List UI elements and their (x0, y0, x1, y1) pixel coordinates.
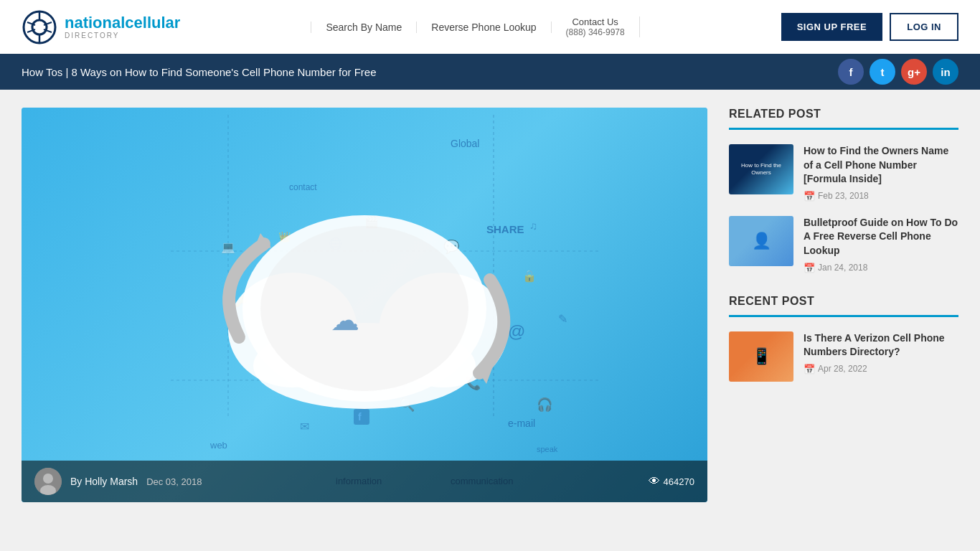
logo-brand-accent: cellular (125, 14, 180, 32)
contact-label: Contact Us (566, 17, 625, 27)
svg-text:✎: ✎ (558, 313, 567, 325)
author-name: By Holly Marsh (70, 476, 138, 487)
related-post-item: 👤 Bulletproof Guide on How To Do A Free … (729, 216, 958, 273)
view-count: 👁 464270 (649, 475, 694, 488)
svg-text:contact: contact (289, 182, 317, 192)
logo-brand: nationalcellular (65, 14, 180, 32)
nav-search-by-name[interactable]: Search By Name (311, 22, 417, 33)
nav-buttons: SIGN UP FREE LOG IN (771, 13, 958, 41)
post-title[interactable]: Is There A Verizon Cell Phone Numbers Di… (804, 331, 958, 359)
author-bar: By Holly Marsh Dec 03, 2018 👁 464270 (22, 461, 707, 502)
calendar-icon: 📅 (804, 191, 815, 202)
nav-contact: Contact Us (888) 346-9978 (552, 17, 640, 37)
contact-phone: (888) 346-9978 (566, 27, 625, 37)
googleplus-icon[interactable]: g+ (901, 59, 927, 85)
post-date: 📅 Feb 23, 2018 (804, 191, 958, 202)
post-date-text: Apr 28, 2022 (818, 364, 867, 374)
post-info: Bulletproof Guide on How To Do A Free Re… (804, 216, 958, 273)
author-info: By Holly Marsh Dec 03, 2018 (70, 476, 640, 487)
svg-text:💻: 💻 (221, 240, 235, 254)
page-title: How Tos | 8 Ways on How to Find Someone'… (22, 66, 376, 78)
eye-icon: 👁 (649, 475, 660, 488)
facebook-icon[interactable]: f (838, 59, 864, 85)
post-thumbnail: How to Find the Owners (729, 144, 793, 194)
post-thumbnail: 📱 (729, 331, 793, 382)
svg-rect-41 (354, 409, 369, 425)
login-button[interactable]: LOG IN (890, 13, 958, 41)
main-content: Global contact SHARE e-mail web informat… (0, 90, 980, 520)
calendar-icon: 📅 (804, 263, 815, 273)
author-avatar (34, 468, 62, 495)
svg-text:web: web (209, 440, 227, 451)
svg-text:♫: ♫ (529, 220, 537, 232)
svg-text:f: f (358, 411, 362, 423)
related-posts-section: RELATED POST How to Find the Owners How … (729, 108, 958, 273)
author-date: Dec 03, 2018 (146, 476, 202, 487)
hero-image-container: Global contact SHARE e-mail web informat… (22, 108, 707, 502)
recent-posts-heading: RECENT POST (729, 295, 958, 317)
related-posts-heading: RELATED POST (729, 108, 958, 130)
svg-text:🔒: 🔒 (522, 269, 537, 283)
svg-text:✉: ✉ (300, 420, 309, 433)
recent-post-item: 📱 Is There A Verizon Cell Phone Numbers … (729, 331, 958, 382)
logo[interactable]: nationalcellular DIRECTORY (22, 9, 180, 45)
svg-text:🎧: 🎧 (537, 397, 553, 413)
sidebar: RELATED POST How to Find the Owners How … (729, 108, 958, 502)
hero-image: Global contact SHARE e-mail web informat… (22, 108, 707, 502)
logo-brand-main: national (65, 14, 125, 32)
main-nav: Search By Name Reverse Phone Lookup Cont… (311, 17, 639, 37)
post-date-text: Jan 24, 2018 (818, 263, 867, 273)
svg-text:e-mail: e-mail (508, 418, 535, 429)
post-date-text: Feb 23, 2018 (818, 191, 869, 201)
svg-text:Global: Global (451, 138, 479, 149)
twitter-icon[interactable]: t (870, 59, 895, 85)
nav-reverse-phone[interactable]: Reverse Phone Lookup (417, 22, 551, 33)
svg-point-47 (260, 226, 468, 391)
post-info: Is There A Verizon Cell Phone Numbers Di… (804, 331, 958, 375)
svg-point-52 (43, 474, 53, 484)
svg-text:☁: ☁ (331, 304, 359, 336)
signup-button[interactable]: SIGN UP FREE (781, 13, 883, 41)
svg-text:@: @ (508, 321, 525, 341)
post-title[interactable]: How to Find the Owners Name of a Cell Ph… (804, 144, 958, 187)
svg-point-1 (32, 20, 47, 34)
linkedin-icon[interactable]: in (933, 59, 958, 85)
post-info: How to Find the Owners Name of a Cell Ph… (804, 144, 958, 202)
post-thumbnail: 👤 (729, 216, 793, 266)
related-post-item: How to Find the Owners How to Find the O… (729, 144, 958, 202)
logo-sub: DIRECTORY (65, 32, 180, 39)
recent-posts-section: RECENT POST 📱 Is There A Verizon Cell Ph… (729, 295, 958, 382)
calendar-icon: 📅 (804, 364, 815, 375)
article-section: Global contact SHARE e-mail web informat… (22, 108, 707, 502)
view-number: 464270 (664, 476, 694, 487)
post-title[interactable]: Bulletproof Guide on How To Do A Free Re… (804, 216, 958, 258)
svg-text:SHARE: SHARE (486, 223, 524, 235)
site-header: nationalcellular DIRECTORY Search By Nam… (0, 0, 980, 54)
social-icons: f t g+ in (838, 59, 958, 85)
svg-text:speak: speak (537, 445, 558, 453)
post-date: 📅 Apr 28, 2022 (804, 364, 958, 375)
title-bar: How Tos | 8 Ways on How to Find Someone'… (0, 54, 980, 90)
post-date: 📅 Jan 24, 2018 (804, 263, 958, 273)
